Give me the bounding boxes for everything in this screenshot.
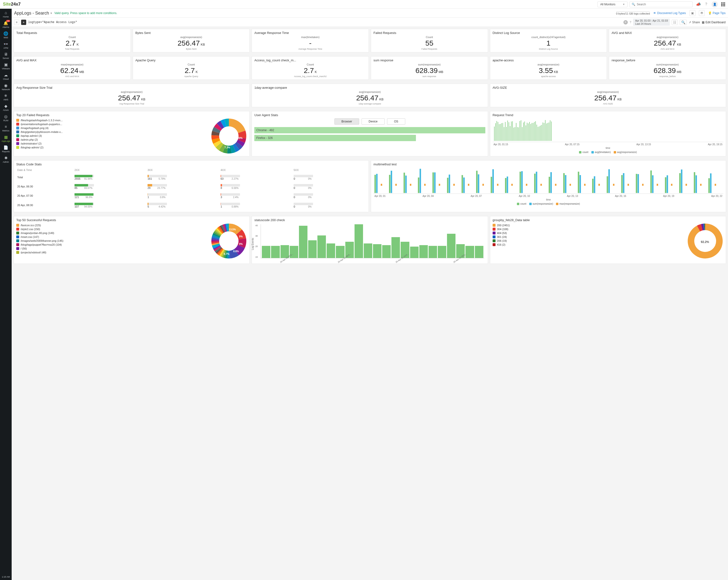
legend-item[interactable]: 200 (2451): [493, 224, 684, 227]
server-icon: 🖥: [0, 52, 11, 56]
nav-aws[interactable]: ⛯AWS: [0, 92, 11, 102]
nav-vmware[interactable]: ▣VMware: [0, 61, 11, 71]
legend-item[interactable]: /presentations/logstash-puppetco...: [16, 123, 208, 126]
badge: 29: [6, 20, 10, 22]
query-mode-icon[interactable]: ⌖: [21, 20, 26, 25]
legend-item[interactable]: /blog/tags/puppet?flav=rss20 (104): [16, 243, 208, 246]
search-icon: 🔍: [632, 3, 635, 6]
multi-legend: countsum(responsesize)max(responsesize): [373, 202, 723, 205]
legend-item[interactable]: /image/logstash.png (4): [16, 127, 208, 130]
trend-legend: countavg(timetaken)avg(responsesize): [493, 151, 723, 154]
ua-tab-device[interactable]: Device: [362, 118, 385, 125]
ua-tab-os[interactable]: OS: [387, 118, 405, 125]
legend-item[interactable]: /projects/xdotool/ (48): [16, 251, 208, 254]
brand-logo: Site24x7: [3, 2, 21, 7]
nav-network[interactable]: ◉Network: [0, 82, 11, 92]
nav-admin[interactable]: ✱Admin: [0, 154, 11, 165]
legend-item[interactable]: /style2.css (150): [16, 228, 208, 230]
search-run-icon[interactable]: 🔍: [680, 20, 687, 25]
legend-item[interactable]: /images/jordan-80.png (149): [16, 231, 208, 234]
filter-icon[interactable]: ⛃: [699, 10, 705, 16]
metrics-icon: ≡: [0, 125, 11, 129]
bulb-icon: 💡: [708, 11, 712, 15]
usage-meter: 0 bytes/11 GB logs collected: [616, 11, 650, 15]
legend-item[interactable]: 404 (53): [493, 231, 684, 234]
rum-icon: ◎: [0, 114, 11, 119]
legend-item[interactable]: /admin.php (2): [16, 138, 208, 141]
status-code-card: Status Code Stats Date & Time2XX3XX4XX5X…: [14, 160, 369, 212]
stat-card: Failed Requests Count 55 Failed Requests: [371, 29, 488, 52]
calendar-icon[interactable]: ☷: [672, 20, 678, 25]
top50-legend: /favicon.ico (225)/style2.css (150)/imag…: [16, 223, 208, 255]
ua-tab-browser[interactable]: Browser: [334, 118, 359, 125]
stat-card: Apache Query Count 2.7 K Apache Query: [133, 56, 250, 80]
clear-query-icon[interactable]: ✕: [623, 20, 628, 25]
nav-web[interactable]: 🌐Web: [0, 30, 11, 40]
legend-item[interactable]: /wp/wp-admin/ (3): [16, 134, 208, 137]
legend-item[interactable]: /images/web/2009/banner.png (145): [16, 239, 208, 242]
legend-item[interactable]: / (56): [16, 247, 208, 250]
network-icon: ◉: [0, 83, 11, 88]
query-input[interactable]: logtype="Apache Access Logs": [28, 21, 622, 24]
edit-dashboard-button[interactable]: ▦Edit Dashboard: [702, 21, 726, 24]
stat-card: AVG-SIZE avg(responsesize) 256.47 KB AVG…: [490, 84, 726, 107]
apps-grid-icon[interactable]: [721, 2, 725, 6]
topbar-actions: 📣 ？ 👤: [696, 1, 725, 7]
stat-card: 1day-average-compare avg(responsesize) 2…: [252, 84, 488, 107]
legend-item[interactable]: 206 (19): [493, 239, 684, 242]
nav-rum[interactable]: ◎RUM: [0, 113, 11, 123]
failed-donut: 20%7.3%: [211, 118, 247, 154]
search-input[interactable]: [637, 3, 691, 6]
azure-icon: ◆: [0, 104, 11, 108]
user-avatar[interactable]: 👤: [711, 1, 718, 7]
nav-home[interactable]: ⌂Home: [0, 9, 11, 19]
legend-item[interactable]: /administrator/ (2): [16, 142, 208, 145]
nav-applogs[interactable]: ▦AppLogs: [0, 133, 11, 144]
legend-item[interactable]: 304 (108): [493, 228, 684, 230]
aws-icon: ⛯: [0, 93, 11, 98]
legend-item[interactable]: 416 (2): [493, 243, 684, 246]
announcement-icon[interactable]: 📣: [696, 2, 701, 6]
sc200-xaxis: 20-Apr-21 02:0...20-Apr-21 08:0...20-Apr…: [254, 259, 485, 261]
nav-apm[interactable]: 👓APM: [0, 40, 11, 51]
reports-icon: 📄: [0, 145, 11, 150]
nav-server[interactable]: 🖥Server: [0, 51, 11, 61]
multi-chart: [373, 167, 723, 194]
ua-bar: Firefox - 326: [254, 135, 416, 141]
stat-row-1: Total Requests Count 2.7 K Total Request…: [11, 27, 728, 54]
panel-icon[interactable]: ▣: [690, 10, 696, 16]
charts-row-1: Top 20 Failed Requests /files/logstash/l…: [11, 109, 728, 158]
svg-point-1: [219, 231, 238, 251]
global-search[interactable]: 🔍: [629, 1, 693, 7]
legend-item[interactable]: /blog/wp-admin/ (2): [16, 146, 208, 149]
legend-item[interactable]: /blog/geekery/pyblosxom-mdate-v...: [16, 131, 208, 133]
multimethod-card: multimethod test Apr 20, 01Apr 20, 04Apr…: [371, 160, 726, 212]
legend-item[interactable]: /files/logstash/logstash-1.3.2-mon...: [16, 119, 208, 122]
nav-alarms[interactable]: 🔔Alarms29: [0, 19, 11, 30]
page-title[interactable]: AppLogs - Search▼: [14, 11, 52, 16]
ua-bars: Chrome - 492Firefox - 326: [254, 127, 485, 141]
stat-card: sum response sum(responsesize) 628.39 MB…: [371, 56, 488, 80]
nav-metrics[interactable]: ≡Metrics: [0, 123, 11, 133]
help-icon[interactable]: ？: [704, 2, 708, 7]
query-status: Valid query. Press space to add more con…: [54, 11, 117, 15]
help-small-icon[interactable]: ?: [630, 21, 631, 24]
time-range-picker[interactable]: Apr 20, 01:03 - Apr 21, 01:03 Last 24 Ho…: [633, 19, 670, 26]
legend-item[interactable]: 301 (24): [493, 236, 684, 238]
stat-card: Distinct Log Source count_distinct(s247a…: [490, 29, 607, 52]
monitors-dropdown[interactable]: All Monitors▼: [597, 1, 627, 7]
query-bar: ≡ ⌖ logtype="Apache Access Logs" ✕ ? Apr…: [11, 18, 728, 27]
nav-azure[interactable]: ◆Azure: [0, 102, 11, 113]
multi-xaxis: Apr 20, 01Apr 20, 04Apr 20, 07Apr 20, 10…: [373, 195, 723, 197]
vmware-icon: ▣: [0, 62, 11, 67]
list-view-icon[interactable]: ≡: [14, 20, 19, 25]
discovered-logtypes-link[interactable]: 👁Discovered Log Types: [653, 11, 686, 15]
page-tips-link[interactable]: 💡Page Tips: [708, 11, 726, 15]
legend-item[interactable]: /reset.css (147): [16, 236, 208, 238]
legend-item[interactable]: /favicon.ico (225): [16, 224, 208, 227]
request-trend-card: Request Trend Apr 20, 01:15Apr 20, 07:15…: [490, 111, 726, 157]
nav-cloud[interactable]: ☁Cloud: [0, 71, 11, 82]
share-button[interactable]: ↗Share: [689, 21, 700, 24]
nav-reports[interactable]: 📄Reports: [0, 144, 11, 154]
top50-donut: 13.5%9%9%8.8%8.7%: [211, 223, 247, 259]
